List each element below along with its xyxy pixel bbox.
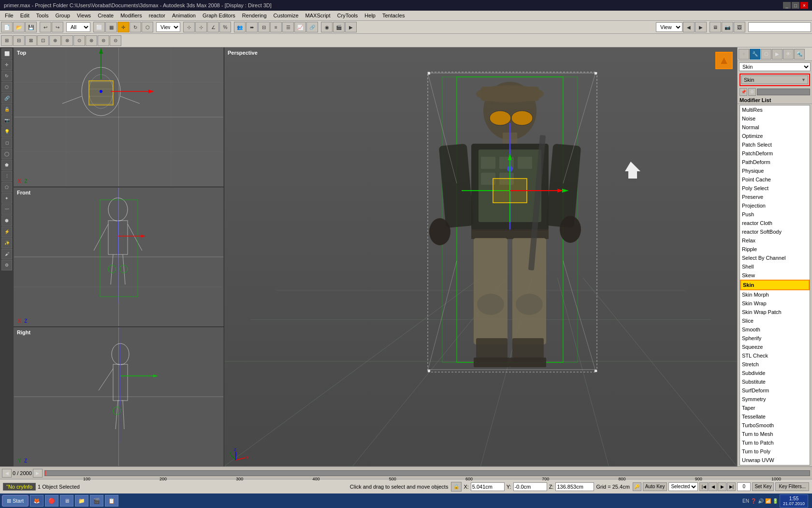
lt-space[interactable]: ⬠ (1, 182, 12, 193)
tb2-btn2[interactable]: ⊟ (13, 35, 25, 46)
taskbar-app6[interactable]: 📋 (105, 495, 118, 507)
modifier-stack-row[interactable]: Skin ▼ (741, 75, 808, 84)
menu-tentacles[interactable]: Tentacles (379, 12, 407, 19)
rotate-btn[interactable]: ↻ (130, 22, 141, 32)
menu-create[interactable]: Create (95, 12, 116, 19)
mirror-btn[interactable]: ⬌ (246, 22, 258, 32)
curve-editor-btn[interactable]: 📈 (294, 22, 306, 32)
snap-3d-btn[interactable]: ⊹ (195, 22, 207, 32)
tb2-btn6[interactable]: ⊗ (61, 35, 73, 46)
modifier-item-skin-wrap-patch[interactable]: Skin Wrap Patch (740, 308, 810, 316)
render-scene-btn[interactable]: 🎬 (333, 22, 345, 32)
tray-icon2[interactable]: ❓ (751, 498, 756, 504)
config-btn[interactable]: ⚙ (748, 88, 756, 96)
first-frame-btn[interactable]: |◀ (699, 482, 708, 491)
render-prod-btn[interactable]: 🖥 (710, 22, 721, 32)
panel-display[interactable]: 👁 (783, 49, 794, 60)
redo-btn[interactable]: ↪ (52, 22, 63, 32)
auto-key-btn[interactable]: Auto Key (643, 482, 667, 491)
modifier-item-physique[interactable]: Physique (740, 166, 810, 175)
tray-icon3[interactable]: 🔊 (758, 498, 764, 504)
open-btn[interactable]: 📂 (13, 22, 25, 32)
modifier-item-patch-select[interactable]: Patch Select (740, 140, 810, 149)
x-input[interactable] (471, 482, 505, 491)
panel-utilities[interactable]: 🔩 (794, 49, 805, 60)
modifier-item-reactor-softbody[interactable]: reactor SoftBody (740, 227, 810, 236)
snap-2d-btn[interactable]: ⊹ (183, 22, 195, 32)
tray-icon4[interactable]: 📶 (765, 498, 771, 504)
set-key-btn[interactable]: Set Key (752, 482, 774, 491)
modifier-item-preserve[interactable]: Preserve (740, 193, 810, 201)
layer-mgr-btn[interactable]: ☰ (282, 22, 294, 32)
quick-render-btn[interactable]: ▶ (345, 22, 357, 32)
select-region-btn[interactable]: ▦ (105, 22, 117, 32)
schematic-btn[interactable]: 🔗 (306, 22, 318, 32)
modifier-item-ripple[interactable]: Ripple (740, 245, 810, 254)
lt-nurbs[interactable]: 〰 (1, 204, 12, 215)
lt-reactor[interactable]: ⚙ (1, 260, 12, 270)
menu-crytools[interactable]: CryTools (334, 12, 361, 19)
modifier-item-skin-wrap[interactable]: Skin Wrap (740, 299, 810, 308)
next-frame-btn[interactable]: ▶ (718, 482, 726, 491)
prev-frame-btn[interactable]: ◀ (709, 482, 717, 491)
modifier-item-relax[interactable]: Relax (740, 236, 810, 245)
modifier-list[interactable]: FlexHSDSLatticeLinked XFormMapScalerMate… (740, 105, 810, 465)
menu-rendering[interactable]: Rendering (239, 12, 270, 19)
render-presets-input[interactable] (748, 22, 811, 32)
modifier-item-point-cache[interactable]: Point Cache (740, 175, 810, 184)
modifier-item-spherify[interactable]: Spherify (740, 334, 810, 343)
z-input[interactable] (555, 482, 594, 491)
modifier-item-projection[interactable]: Projection (740, 201, 810, 210)
view-dropdown2[interactable]: View (656, 22, 682, 32)
modifier-item-smooth[interactable]: Smooth (740, 325, 810, 334)
menu-modifiers[interactable]: Modifiers (117, 12, 145, 19)
named-sel-btn[interactable]: 👥 (234, 22, 246, 32)
lt-select[interactable]: ⬜ (1, 48, 12, 59)
modifier-name-dropdown[interactable]: Skin (739, 62, 811, 71)
lt-paint[interactable]: 🖌 (1, 249, 12, 259)
close-btn[interactable]: × (800, 2, 808, 9)
modifier-item-turn-to-patch[interactable]: Turn to Patch (740, 438, 810, 447)
lt-scale[interactable]: ⬡ (1, 82, 12, 92)
minimize-btn[interactable]: _ (783, 2, 791, 9)
modifier-item-optimize[interactable]: Optimize (740, 132, 810, 140)
maximize-btn[interactable]: □ (792, 2, 799, 9)
modifier-item-squeeze[interactable]: Squeeze (740, 343, 810, 351)
taskbar-app3[interactable]: 🖥 (60, 495, 73, 507)
modifier-item-skin[interactable]: Skin (740, 280, 810, 290)
modifier-item-subdivide[interactable]: Subdivide (740, 369, 810, 377)
menu-edit[interactable]: Edit (17, 12, 32, 19)
y-input[interactable] (513, 482, 547, 491)
taskbar-app4[interactable]: 📁 (75, 495, 88, 507)
modifier-item-turn-to-poly[interactable]: Turn to Poly (740, 447, 810, 456)
frame-number[interactable] (737, 482, 751, 491)
modifier-item-pathdeform[interactable]: PathDeform (740, 158, 810, 166)
menu-animation[interactable]: Animation (169, 12, 199, 19)
timeline-right-arrow[interactable]: ▶ (33, 469, 43, 478)
key-filters-btn[interactable]: Key Filters... (775, 482, 809, 491)
taskbar-app5[interactable]: 🎬 (90, 495, 103, 507)
tb2-btn4[interactable]: ⊡ (37, 35, 49, 46)
viewport-front[interactable]: Front (14, 187, 224, 327)
lt-effects[interactable]: ✨ (1, 238, 12, 248)
modifier-item-multires[interactable]: MultiRes (740, 105, 810, 114)
viewport-top[interactable]: Top (14, 47, 224, 187)
modifier-item-tessellate[interactable]: Tessellate (740, 412, 810, 421)
select-obj-btn[interactable]: ⬜ (93, 22, 105, 32)
modifier-item-stretch[interactable]: Stretch (740, 360, 810, 369)
modifier-item-symmetry[interactable]: Symmetry (740, 395, 810, 403)
tray-icon1[interactable]: EN (742, 498, 749, 504)
panel-motion[interactable]: ▶ (772, 49, 783, 60)
lt-unlink[interactable]: 🔓 (1, 104, 12, 115)
menu-file[interactable]: File (2, 12, 16, 19)
tb2-btn7[interactable]: ⊙ (73, 35, 85, 46)
modifier-item-normal[interactable]: Normal (740, 123, 810, 132)
modifier-item-push[interactable]: Push (740, 210, 810, 219)
new-btn[interactable]: 📄 (1, 22, 13, 32)
taskbar-app2[interactable]: 🔴 (45, 495, 58, 507)
menu-views[interactable]: Views (74, 12, 94, 19)
modifier-item-reactor-cloth[interactable]: reactor Cloth (740, 219, 810, 227)
play-btn[interactable]: ▶ (695, 22, 707, 32)
lt-move[interactable]: ✛ (1, 60, 12, 70)
align-view-btn[interactable]: ≡ (270, 22, 282, 32)
